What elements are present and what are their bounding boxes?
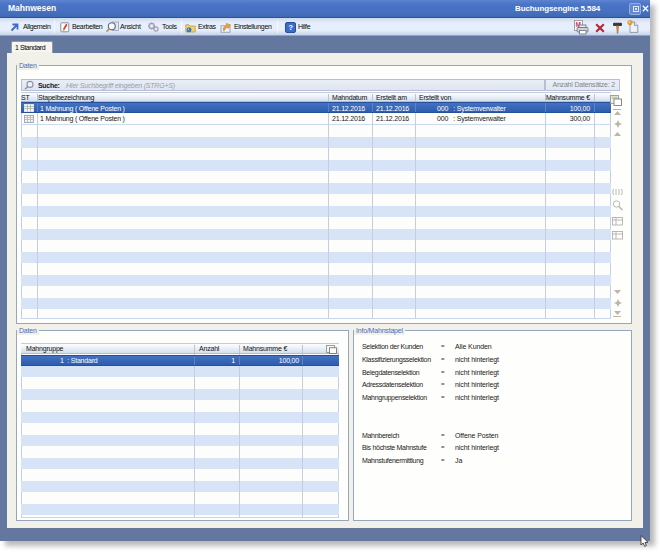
svg-text:?: ? [288, 23, 293, 32]
